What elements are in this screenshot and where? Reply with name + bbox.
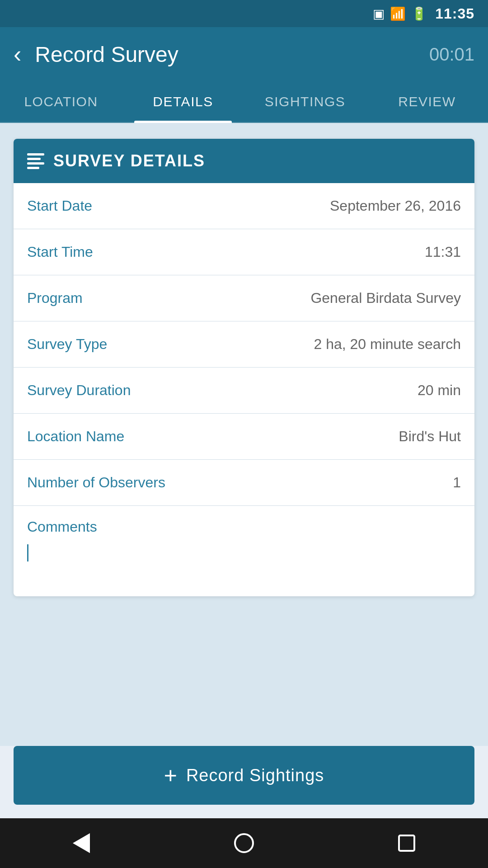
location-name-row: Location Name Bird's Hut [14,414,474,460]
record-sightings-button[interactable]: + Record Sightings [14,746,474,805]
observers-label: Number of Observers [27,474,453,491]
start-time-value: 11:31 [425,244,461,260]
battery-icon: 🔋 [411,6,427,21]
observers-row: Number of Observers 1 [14,460,474,506]
nav-recents-button[interactable] [389,825,425,861]
nav-home-button[interactable] [226,825,262,861]
list-icon [27,153,44,169]
text-cursor [27,544,28,561]
status-bar: ▣ 📶 🔋 11:35 [0,0,488,27]
recents-nav-icon [398,835,415,852]
bottom-nav [0,818,488,868]
start-time-row: Start Time 11:31 [14,229,474,275]
survey-duration-label: Survey Duration [27,382,418,399]
program-label: Program [27,290,310,307]
start-date-label: Start Date [27,198,330,214]
survey-duration-row: Survey Duration 20 min [14,368,474,414]
start-date-value: September 26, 2016 [330,198,461,214]
survey-type-row: Survey Type 2 ha, 20 minute search [14,321,474,368]
comments-input-area[interactable] [27,544,461,561]
app-title: Record Survey [35,42,416,67]
signal-icon: 📶 [390,6,406,21]
survey-type-value: 2 ha, 20 minute search [314,336,461,353]
card-header-title: SURVEY DETAILS [53,151,205,170]
back-button[interactable]: ‹ [14,42,21,66]
tab-bar: LOCATION DETAILS SIGHTINGS REVIEW [0,81,488,123]
record-sightings-label: Record Sightings [186,766,324,785]
tab-sightings[interactable]: SIGHTINGS [244,81,366,122]
program-row: Program General Birdata Survey [14,275,474,321]
app-bar: ‹ Record Survey 00:01 [0,27,488,81]
survey-details-card: SURVEY DETAILS Start Date September 26, … [14,139,474,596]
start-date-row: Start Date September 26, 2016 [14,183,474,229]
observers-value: 1 [453,474,461,491]
location-name-label: Location Name [27,428,399,445]
survey-duration-value: 20 min [418,382,461,399]
program-value: General Birdata Survey [310,290,461,307]
plus-icon: + [164,764,177,787]
main-content: SURVEY DETAILS Start Date September 26, … [0,123,488,746]
home-nav-icon [234,833,254,853]
timer-display: 00:01 [429,44,474,65]
card-header: SURVEY DETAILS [14,139,474,183]
comments-row: Comments [14,506,474,596]
location-name-value: Bird's Hut [399,428,461,445]
tab-review[interactable]: REVIEW [366,81,488,122]
comments-label: Comments [27,519,97,535]
start-time-label: Start Time [27,244,425,260]
back-nav-icon [73,833,90,853]
tab-location[interactable]: LOCATION [0,81,122,122]
status-time: 11:35 [435,5,474,22]
network-icon: ▣ [373,6,385,21]
tab-details[interactable]: DETAILS [122,81,244,122]
nav-back-button[interactable] [63,825,99,861]
survey-type-label: Survey Type [27,336,314,353]
status-icons: ▣ 📶 🔋 [373,6,427,21]
